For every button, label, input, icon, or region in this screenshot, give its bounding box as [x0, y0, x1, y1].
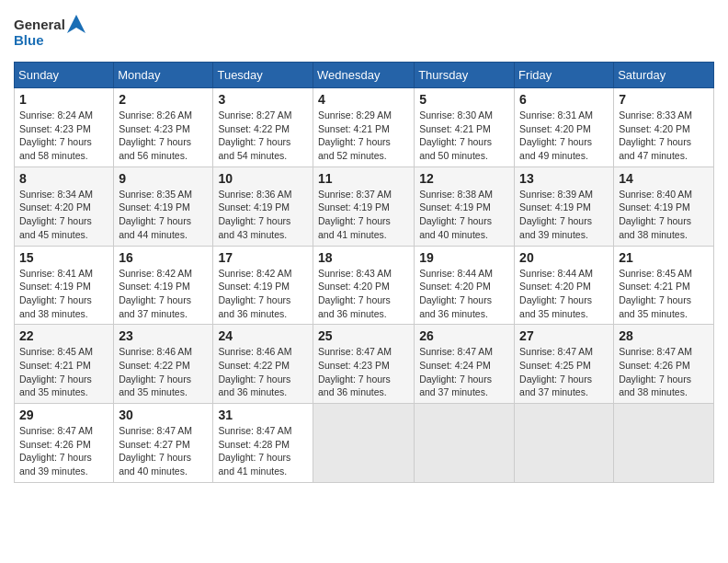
day-info: Sunrise: 8:45 AM Sunset: 4:21 PM Dayligh…	[619, 267, 709, 321]
day-of-week-monday: Monday	[114, 63, 213, 88]
day-number: 16	[119, 250, 208, 265]
day-of-week-sunday: Sunday	[15, 63, 114, 88]
day-info: Sunrise: 8:31 AM Sunset: 4:20 PM Dayligh…	[519, 109, 609, 163]
day-number: 13	[519, 171, 609, 186]
day-info: Sunrise: 8:41 AM Sunset: 4:19 PM Dayligh…	[19, 267, 108, 321]
empty-cell	[614, 404, 714, 483]
day-number: 8	[19, 171, 108, 186]
calendar-day-15: 15 Sunrise: 8:41 AM Sunset: 4:19 PM Dayl…	[15, 246, 114, 325]
page-container: General Blue SundayMondayTuesdayWednesda…	[0, 0, 728, 497]
calendar-week-3: 15 Sunrise: 8:41 AM Sunset: 4:19 PM Dayl…	[15, 246, 714, 325]
calendar-day-12: 12 Sunrise: 8:38 AM Sunset: 4:19 PM Dayl…	[415, 167, 515, 246]
day-info: Sunrise: 8:40 AM Sunset: 4:19 PM Dayligh…	[619, 188, 709, 242]
empty-cell	[313, 404, 415, 483]
day-number: 17	[218, 250, 308, 265]
empty-cell	[515, 404, 614, 483]
calendar-day-23: 23 Sunrise: 8:46 AM Sunset: 4:22 PM Dayl…	[114, 325, 213, 404]
day-number: 14	[619, 171, 709, 186]
day-info: Sunrise: 8:42 AM Sunset: 4:19 PM Dayligh…	[218, 267, 308, 321]
calendar-day-14: 14 Sunrise: 8:40 AM Sunset: 4:19 PM Dayl…	[614, 167, 714, 246]
day-info: Sunrise: 8:27 AM Sunset: 4:22 PM Dayligh…	[218, 109, 308, 163]
calendar-day-10: 10 Sunrise: 8:36 AM Sunset: 4:19 PM Dayl…	[213, 167, 313, 246]
day-of-week-friday: Friday	[515, 63, 614, 88]
calendar-day-21: 21 Sunrise: 8:45 AM Sunset: 4:21 PM Dayl…	[614, 246, 714, 325]
day-number: 23	[119, 328, 208, 343]
day-info: Sunrise: 8:47 AM Sunset: 4:24 PM Dayligh…	[419, 345, 509, 399]
day-number: 18	[318, 250, 409, 265]
day-info: Sunrise: 8:29 AM Sunset: 4:21 PM Dayligh…	[318, 109, 409, 163]
svg-text:Blue: Blue	[14, 32, 44, 48]
day-info: Sunrise: 8:24 AM Sunset: 4:23 PM Dayligh…	[19, 109, 108, 163]
day-of-week-tuesday: Tuesday	[213, 63, 313, 88]
svg-marker-2	[67, 15, 85, 33]
day-number: 2	[119, 92, 208, 107]
day-number: 22	[19, 328, 108, 343]
day-number: 12	[419, 171, 509, 186]
day-number: 11	[318, 171, 409, 186]
day-info: Sunrise: 8:37 AM Sunset: 4:19 PM Dayligh…	[318, 188, 409, 242]
calendar-week-2: 8 Sunrise: 8:34 AM Sunset: 4:20 PM Dayli…	[15, 167, 714, 246]
calendar-day-5: 5 Sunrise: 8:30 AM Sunset: 4:21 PM Dayli…	[415, 88, 515, 167]
calendar-day-27: 27 Sunrise: 8:47 AM Sunset: 4:25 PM Dayl…	[515, 325, 614, 404]
day-number: 27	[519, 328, 609, 343]
day-of-week-wednesday: Wednesday	[313, 63, 415, 88]
day-info: Sunrise: 8:38 AM Sunset: 4:19 PM Dayligh…	[419, 188, 509, 242]
day-of-week-thursday: Thursday	[415, 63, 515, 88]
day-info: Sunrise: 8:44 AM Sunset: 4:20 PM Dayligh…	[519, 267, 609, 321]
day-info: Sunrise: 8:46 AM Sunset: 4:22 PM Dayligh…	[218, 345, 308, 399]
calendar-day-1: 1 Sunrise: 8:24 AM Sunset: 4:23 PM Dayli…	[15, 88, 114, 167]
day-number: 21	[619, 250, 709, 265]
svg-text:General: General	[14, 17, 65, 32]
calendar-day-31: 31 Sunrise: 8:47 AM Sunset: 4:28 PM Dayl…	[213, 404, 313, 483]
day-info: Sunrise: 8:47 AM Sunset: 4:26 PM Dayligh…	[19, 424, 108, 478]
calendar-day-8: 8 Sunrise: 8:34 AM Sunset: 4:20 PM Dayli…	[15, 167, 114, 246]
day-info: Sunrise: 8:44 AM Sunset: 4:20 PM Dayligh…	[419, 267, 509, 321]
day-info: Sunrise: 8:26 AM Sunset: 4:23 PM Dayligh…	[119, 109, 208, 163]
day-info: Sunrise: 8:45 AM Sunset: 4:21 PM Dayligh…	[19, 345, 108, 399]
calendar-day-17: 17 Sunrise: 8:42 AM Sunset: 4:19 PM Dayl…	[213, 246, 313, 325]
calendar-day-25: 25 Sunrise: 8:47 AM Sunset: 4:23 PM Dayl…	[313, 325, 415, 404]
day-number: 30	[119, 408, 208, 422]
calendar-day-9: 9 Sunrise: 8:35 AM Sunset: 4:19 PM Dayli…	[114, 167, 213, 246]
calendar-day-29: 29 Sunrise: 8:47 AM Sunset: 4:26 PM Dayl…	[15, 404, 114, 483]
day-info: Sunrise: 8:47 AM Sunset: 4:26 PM Dayligh…	[619, 345, 709, 399]
calendar-day-4: 4 Sunrise: 8:29 AM Sunset: 4:21 PM Dayli…	[313, 88, 415, 167]
day-info: Sunrise: 8:43 AM Sunset: 4:20 PM Dayligh…	[318, 267, 409, 321]
day-number: 3	[218, 92, 308, 107]
page-header: General Blue	[14, 9, 714, 54]
day-number: 31	[218, 408, 308, 422]
calendar-day-22: 22 Sunrise: 8:45 AM Sunset: 4:21 PM Dayl…	[15, 325, 114, 404]
day-info: Sunrise: 8:47 AM Sunset: 4:23 PM Dayligh…	[318, 345, 409, 399]
calendar-day-7: 7 Sunrise: 8:33 AM Sunset: 4:20 PM Dayli…	[614, 88, 714, 167]
calendar-day-24: 24 Sunrise: 8:46 AM Sunset: 4:22 PM Dayl…	[213, 325, 313, 404]
day-number: 15	[19, 250, 108, 265]
calendar-day-18: 18 Sunrise: 8:43 AM Sunset: 4:20 PM Dayl…	[313, 246, 415, 325]
day-info: Sunrise: 8:30 AM Sunset: 4:21 PM Dayligh…	[419, 109, 509, 163]
day-info: Sunrise: 8:33 AM Sunset: 4:20 PM Dayligh…	[619, 109, 709, 163]
calendar-week-1: 1 Sunrise: 8:24 AM Sunset: 4:23 PM Dayli…	[15, 88, 714, 167]
calendar-day-6: 6 Sunrise: 8:31 AM Sunset: 4:20 PM Dayli…	[515, 88, 614, 167]
day-number: 20	[519, 250, 609, 265]
day-info: Sunrise: 8:42 AM Sunset: 4:19 PM Dayligh…	[119, 267, 208, 321]
calendar-day-16: 16 Sunrise: 8:42 AM Sunset: 4:19 PM Dayl…	[114, 246, 213, 325]
logo-svg: General Blue	[14, 13, 87, 54]
calendar-day-20: 20 Sunrise: 8:44 AM Sunset: 4:20 PM Dayl…	[515, 246, 614, 325]
day-number: 26	[419, 328, 509, 343]
day-number: 4	[318, 92, 409, 107]
logo: General Blue	[14, 13, 87, 54]
calendar-table: SundayMondayTuesdayWednesdayThursdayFrid…	[14, 62, 714, 483]
calendar-week-4: 22 Sunrise: 8:45 AM Sunset: 4:21 PM Dayl…	[15, 325, 714, 404]
day-info: Sunrise: 8:34 AM Sunset: 4:20 PM Dayligh…	[19, 188, 108, 242]
day-of-week-saturday: Saturday	[614, 63, 714, 88]
calendar-week-5: 29 Sunrise: 8:47 AM Sunset: 4:26 PM Dayl…	[15, 404, 714, 483]
day-number: 29	[19, 408, 108, 422]
day-info: Sunrise: 8:46 AM Sunset: 4:22 PM Dayligh…	[119, 345, 208, 399]
calendar-day-2: 2 Sunrise: 8:26 AM Sunset: 4:23 PM Dayli…	[114, 88, 213, 167]
day-info: Sunrise: 8:36 AM Sunset: 4:19 PM Dayligh…	[218, 188, 308, 242]
day-info: Sunrise: 8:39 AM Sunset: 4:19 PM Dayligh…	[519, 188, 609, 242]
day-number: 28	[619, 328, 709, 343]
calendar-day-28: 28 Sunrise: 8:47 AM Sunset: 4:26 PM Dayl…	[614, 325, 714, 404]
day-number: 1	[19, 92, 108, 107]
day-number: 10	[218, 171, 308, 186]
day-number: 6	[519, 92, 609, 107]
